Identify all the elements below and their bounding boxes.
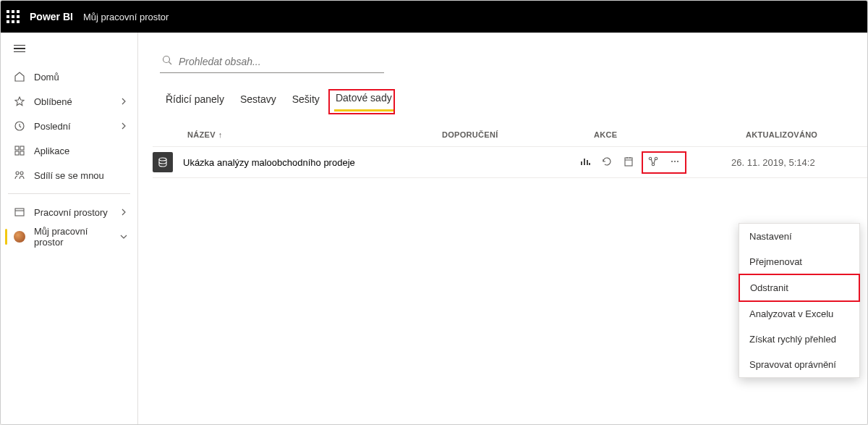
row-actions — [579, 151, 731, 174]
tab-dashboards[interactable]: Řídicí panely — [164, 93, 226, 114]
avatar-icon — [14, 231, 25, 243]
menu-manage-permissions[interactable]: Spravovat oprávnění — [739, 352, 859, 377]
more-options-icon[interactable] — [669, 156, 681, 169]
highlight-box: Datové sady — [328, 89, 395, 114]
hamburger-icon — [14, 45, 25, 52]
sidebar-item-shared[interactable]: Sdílí se se mnou — [1, 163, 137, 188]
menu-toggle[interactable] — [1, 33, 137, 64]
tabs: Řídicí panely Sestavy Sešity Datové sady — [164, 93, 867, 114]
main-content: Řídicí panely Sestavy Sešity Datové sady… — [138, 33, 867, 424]
svg-point-5 — [16, 172, 19, 174]
menu-settings[interactable]: Nastavení — [739, 224, 859, 249]
svg-rect-7 — [15, 209, 24, 216]
sidebar-item-favorites[interactable]: Oblíbené — [1, 89, 137, 114]
sidebar-item-recent[interactable]: Poslední — [1, 114, 137, 138]
svg-point-6 — [20, 172, 23, 174]
sidebar-item-apps[interactable]: Aplikace — [1, 138, 137, 163]
col-name[interactable]: NÁZEV↑ — [167, 130, 442, 139]
context-menu: Nastavení Přejmenovat Odstranit Analyzov… — [739, 223, 860, 378]
tab-datasets[interactable]: Datové sady — [334, 92, 393, 111]
col-actions: AKCE — [594, 130, 746, 139]
search-box[interactable] — [160, 51, 384, 73]
col-name-label: NÁZEV — [187, 130, 216, 139]
create-report-icon[interactable] — [579, 156, 591, 169]
apps-icon — [14, 145, 25, 156]
sidebar-item-home[interactable]: Domů — [1, 64, 137, 89]
app-launcher-icon[interactable] — [7, 10, 20, 23]
workspaces-icon — [14, 206, 25, 218]
table-row[interactable]: Ukázka analýzy maloobchodního prodeje 26… — [153, 146, 867, 178]
svg-point-15 — [674, 160, 676, 161]
sort-asc-icon: ↑ — [218, 130, 223, 139]
svg-rect-3 — [15, 151, 19, 155]
share-icon — [14, 169, 25, 181]
sidebar-item-workspaces[interactable]: Pracovní prostory — [1, 200, 137, 224]
svg-rect-4 — [20, 151, 24, 155]
menu-analyze-excel[interactable]: Analyzovat v Excelu — [739, 301, 859, 327]
chevron-right-icon — [120, 121, 127, 132]
refresh-icon[interactable] — [601, 156, 613, 169]
dataset-icon — [153, 152, 173, 172]
chevron-down-icon — [120, 232, 127, 243]
brand-name: Power BI — [30, 11, 73, 22]
sidebar-item-label: Aplikace — [34, 146, 127, 156]
sidebar-item-label: Sdílí se se mnou — [34, 170, 127, 181]
svg-point-13 — [652, 163, 654, 165]
sidebar: Domů Oblíbené Poslední Aplikace Sdílí se… — [1, 33, 138, 424]
sidebar-separator — [8, 193, 130, 194]
workspace-title: Můj pracovní prostor — [83, 12, 169, 22]
schedule-refresh-icon[interactable] — [623, 156, 634, 169]
col-endorsement[interactable]: DOPORUČENÍ — [442, 130, 594, 139]
sidebar-item-label: Domů — [34, 72, 127, 83]
star-icon — [14, 96, 25, 107]
sidebar-item-label: Můj pracovní prostor — [34, 226, 111, 248]
highlight-box — [642, 151, 686, 174]
chevron-right-icon — [120, 207, 127, 218]
tab-workbooks[interactable]: Sešity — [291, 93, 321, 114]
top-bar: Power BI Můj pracovní prostor — [1, 1, 867, 33]
search-input[interactable] — [179, 56, 383, 67]
row-name-text: Ukázka analýzy maloobchodního prodeje — [183, 157, 355, 168]
sidebar-item-my-workspace[interactable]: Můj pracovní prostor — [1, 224, 137, 249]
search-icon — [161, 54, 173, 68]
svg-point-8 — [163, 56, 170, 63]
view-related-icon[interactable] — [647, 156, 659, 169]
svg-rect-10 — [625, 158, 632, 166]
tab-reports[interactable]: Sestavy — [239, 93, 278, 114]
svg-point-9 — [159, 158, 166, 161]
svg-point-16 — [677, 160, 678, 161]
column-headers: NÁZEV↑ DOPORUČENÍ AKCE AKTUALIZOVÁNO — [167, 130, 867, 139]
chevron-right-icon — [120, 96, 127, 107]
menu-delete[interactable]: Odstranit — [739, 274, 860, 302]
menu-rename[interactable]: Přejmenovat — [739, 249, 859, 274]
sidebar-item-label: Oblíbené — [34, 96, 111, 107]
home-icon — [14, 71, 25, 83]
col-updated[interactable]: AKTUALIZOVÁNO — [746, 130, 867, 139]
row-updated-text: 26. 11. 2019, 5:14:2 — [731, 157, 867, 168]
svg-point-14 — [671, 160, 673, 161]
svg-rect-1 — [15, 146, 19, 150]
sidebar-item-label: Pracovní prostory — [34, 207, 111, 218]
svg-rect-2 — [20, 146, 24, 150]
sidebar-item-label: Poslední — [34, 121, 111, 132]
menu-quick-insights[interactable]: Získat rychlý přehled — [739, 327, 859, 352]
clock-icon — [14, 120, 25, 132]
